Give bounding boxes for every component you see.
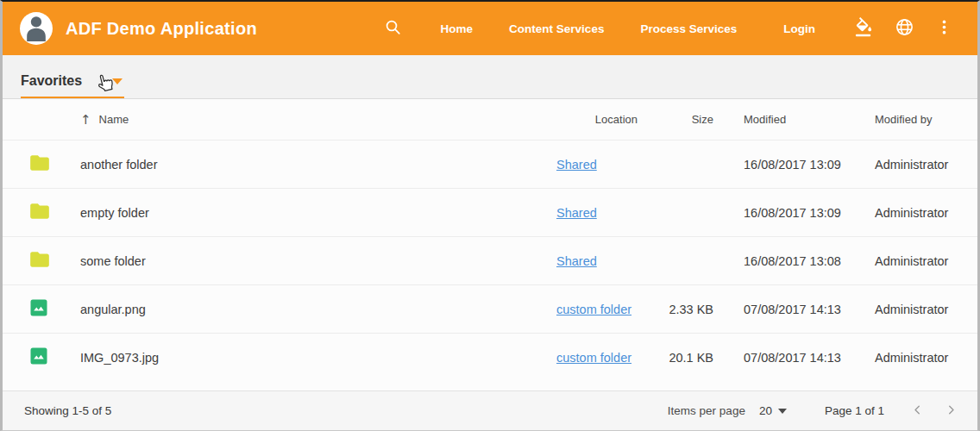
items-per-page-value: 20 — [759, 404, 772, 417]
file-name: empty folder — [80, 206, 556, 220]
table-row[interactable]: angular.png custom folder 2.33 KB 07/08/… — [3, 284, 977, 333]
folder-icon — [28, 200, 51, 225]
more-options-button[interactable] — [927, 13, 962, 44]
showing-count: Showing 1-5 of 5 — [24, 404, 111, 417]
table-row[interactable]: IMG_0973.jpg custom folder 20.1 KB 07/08… — [3, 333, 977, 381]
view-toolbar: Favorites — [3, 55, 977, 99]
column-header-name[interactable]: ↑ Name — [80, 112, 556, 128]
modified-date: 16/08/2017 13:09 — [715, 158, 869, 172]
search-button[interactable] — [375, 13, 411, 44]
app-header: ADF Demo Application Home Content Servic… — [3, 2, 977, 55]
dropdown-caret-icon — [112, 78, 122, 84]
table-row[interactable]: empty folder Shared 16/08/2017 13:09 Adm… — [3, 188, 977, 236]
column-header-size[interactable]: Size — [653, 113, 715, 126]
chevron-right-icon — [944, 403, 958, 420]
file-size: 20.1 KB — [653, 351, 715, 365]
modified-date: 16/08/2017 13:09 — [715, 206, 869, 220]
theme-color-button[interactable] — [845, 12, 883, 45]
nav-link-content-services[interactable]: Content Services — [491, 14, 622, 44]
modified-date: 07/08/2017 14:13 — [715, 351, 869, 365]
file-name: angular.png — [80, 303, 556, 316]
app-title: ADF Demo Application — [66, 19, 257, 39]
modified-by: Administrator — [869, 303, 957, 316]
nav-link-process-services[interactable]: Process Services — [622, 14, 755, 44]
main-nav: Home Content Services Process Services L… — [423, 14, 845, 44]
select-caret-icon — [778, 409, 787, 414]
location-link[interactable]: custom folder — [556, 303, 631, 316]
language-button[interactable] — [886, 12, 923, 45]
search-icon — [384, 18, 402, 39]
kebab-menu-icon — [935, 18, 953, 39]
file-name: some folder — [80, 254, 556, 268]
file-name: IMG_0973.jpg — [80, 351, 556, 365]
location-link[interactable]: Shared — [556, 206, 597, 220]
sort-ascending-icon: ↑ — [80, 112, 91, 128]
globe-icon — [895, 17, 914, 40]
color-fill-icon — [854, 17, 874, 40]
location-link[interactable]: Shared — [556, 254, 597, 268]
column-header-location[interactable]: Location — [556, 113, 653, 126]
app-window: ADF Demo Application Home Content Servic… — [0, 0, 980, 431]
page-status: Page 1 of 1 — [825, 404, 884, 417]
favorites-label: Favorites — [21, 73, 82, 89]
folder-icon — [28, 248, 51, 273]
column-header-modified-by[interactable]: Modified by — [869, 113, 957, 126]
modified-by: Administrator — [869, 206, 957, 220]
location-link[interactable]: Shared — [556, 158, 597, 172]
modified-by: Administrator — [869, 158, 957, 172]
modified-date: 16/08/2017 13:08 — [715, 254, 869, 268]
favorites-dropdown[interactable]: Favorites — [21, 73, 124, 98]
image-file-icon — [28, 346, 49, 369]
chevron-left-icon — [910, 403, 925, 420]
person-icon — [20, 12, 53, 45]
column-header-modified[interactable]: Modified — [715, 113, 869, 126]
table-header-row: ↑ Name Location Size Modified Modified b… — [3, 99, 977, 140]
header-actions — [845, 12, 962, 45]
previous-page-button[interactable] — [907, 399, 928, 423]
file-name: another folder — [80, 158, 556, 172]
items-per-page-label: Items per page — [668, 404, 745, 417]
file-size: 2.33 KB — [653, 303, 715, 316]
modified-date: 07/08/2017 14:13 — [715, 303, 869, 316]
paginator: Showing 1-5 of 5 Items per page 20 Page … — [3, 390, 977, 430]
table-row[interactable]: another folder Shared 16/08/2017 13:09 A… — [3, 140, 977, 188]
image-file-icon — [28, 297, 49, 321]
modified-by: Administrator — [869, 351, 957, 365]
table-row[interactable]: some folder Shared 16/08/2017 13:08 Admi… — [3, 236, 977, 284]
modified-by: Administrator — [869, 254, 957, 268]
folder-icon — [28, 152, 51, 177]
location-link[interactable]: custom folder — [556, 351, 631, 365]
nav-link-home[interactable]: Home — [423, 14, 492, 44]
nav-link-login[interactable]: Login — [765, 14, 833, 44]
next-page-button[interactable] — [940, 399, 962, 423]
documents-table: ↑ Name Location Size Modified Modified b… — [3, 99, 977, 390]
items-per-page-select[interactable]: 20 — [757, 399, 788, 422]
user-avatar[interactable] — [20, 12, 53, 45]
